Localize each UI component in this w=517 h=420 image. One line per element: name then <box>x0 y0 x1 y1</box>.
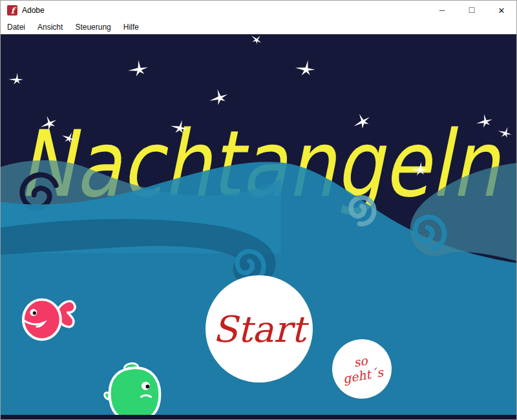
pink-fish-pupil <box>33 311 36 315</box>
start-button[interactable]: Start <box>206 275 313 383</box>
maximize-button[interactable]: □ <box>457 0 487 19</box>
close-button[interactable]: ✕ <box>487 1 516 20</box>
menu-steuerung[interactable]: Steuerung <box>74 21 112 33</box>
minimize-button[interactable]: ─ <box>427 1 457 20</box>
game-stage: Nachtangeln <box>1 34 516 419</box>
green-fish-body <box>110 368 160 419</box>
menu-hilfe[interactable]: Hilfe <box>122 21 140 33</box>
window-controls: ─ □ ✕ <box>427 1 516 20</box>
green-fish-pupil <box>145 384 149 388</box>
stage-bottom-edge <box>1 415 516 419</box>
menu-ansicht[interactable]: Ansicht <box>36 21 64 33</box>
pink-fish-body <box>23 300 61 340</box>
menu-datei[interactable]: Datei <box>6 21 26 33</box>
help-button-line2: geht´s <box>342 366 384 386</box>
flash-player-window: f Adobe ─ □ ✕ Datei Ansicht Steuerung Hi… <box>0 0 517 420</box>
window-title: Adobe <box>22 6 45 15</box>
titlebar: f Adobe ─ □ ✕ <box>1 1 516 20</box>
menubar: Datei Ansicht Steuerung Hilfe <box>1 20 516 34</box>
flash-icon: f <box>7 5 17 16</box>
start-button-label: Start <box>213 308 306 350</box>
